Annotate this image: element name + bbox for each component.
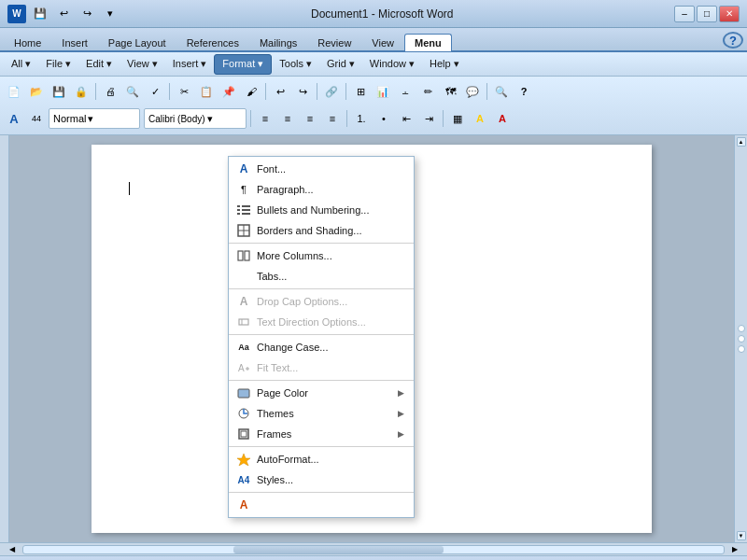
align-center-btn[interactable]: ≡ xyxy=(277,108,298,129)
security-btn[interactable]: 🛡 xyxy=(719,557,740,561)
font-color-btn[interactable]: A xyxy=(4,108,24,129)
font-dropdown[interactable]: Calibri (Body) ▾ xyxy=(144,108,247,129)
left-ruler xyxy=(0,135,9,542)
menu-item-changecase[interactable]: Aa Change Case... xyxy=(229,337,414,357)
columns-btn[interactable]: ⫠ xyxy=(395,81,416,102)
menu-item-pagecolor[interactable]: Page Color ▶ xyxy=(229,383,414,403)
scroll-left-btn[interactable]: ◀ xyxy=(2,544,22,555)
preview-btn[interactable]: 🔍 xyxy=(122,81,143,102)
cut-btn[interactable]: ✂ xyxy=(174,81,194,102)
menu-item-bullets[interactable]: Bullets and Numbering... xyxy=(229,200,414,220)
tab-home[interactable]: Home xyxy=(4,34,51,51)
save-btn[interactable]: 💾 xyxy=(49,81,69,102)
menu-item-reveal[interactable]: A xyxy=(229,495,414,515)
menu-tools[interactable]: Tools ▾ xyxy=(272,54,319,75)
permission-btn[interactable]: 🔒 xyxy=(71,81,92,102)
highlight-btn[interactable]: A xyxy=(470,108,490,129)
scroll-right-btn[interactable]: ▶ xyxy=(725,544,745,555)
help-btn[interactable]: ? xyxy=(723,32,743,49)
excel-btn[interactable]: 📊 xyxy=(373,81,393,102)
undo-btn[interactable]: ↩ xyxy=(270,81,290,102)
menu-item-borders[interactable]: Borders and Shading... xyxy=(229,220,414,241)
drawing-btn[interactable]: ✏ xyxy=(417,81,438,102)
justify-btn[interactable]: ≡ xyxy=(322,108,343,129)
sep-6 xyxy=(229,492,414,493)
menu-view[interactable]: View ▾ xyxy=(120,54,165,75)
hyperlink-btn[interactable]: 🔗 xyxy=(321,81,342,102)
align-right-btn[interactable]: ≡ xyxy=(300,108,320,129)
outdent-btn[interactable]: ⇤ xyxy=(396,108,416,129)
formatpaint-btn[interactable]: 🖌 xyxy=(241,81,261,102)
menu-format[interactable]: Format ▾ xyxy=(214,54,272,75)
align-left-btn[interactable]: ≡ xyxy=(255,108,275,129)
menu-item-font[interactable]: A Font... xyxy=(229,159,414,179)
font-size-btn[interactable]: 44 xyxy=(26,108,47,129)
menu-item-paragraph[interactable]: ¶ Paragraph... xyxy=(229,179,414,200)
tab-view[interactable]: View xyxy=(361,34,404,51)
menu-all[interactable]: All ▾ xyxy=(4,54,38,75)
scroll-track[interactable] xyxy=(22,545,725,554)
menu-edit[interactable]: Edit ▾ xyxy=(78,54,120,75)
quick-save-btn[interactable]: 💾 xyxy=(30,6,50,22)
sep3 xyxy=(265,83,266,100)
maximize-btn[interactable]: □ xyxy=(697,6,717,22)
menu-item-styles[interactable]: A4 Styles... xyxy=(229,469,414,490)
show-markup-btn[interactable]: 💬 xyxy=(462,81,483,102)
bullets-btn[interactable]: • xyxy=(374,108,394,129)
doc-map-btn[interactable]: 🗺 xyxy=(440,81,460,102)
menu-item-autoformat[interactable]: AutoFormat... xyxy=(229,449,414,469)
sep-5 xyxy=(229,446,414,447)
scroll-down-btn[interactable]: ▼ xyxy=(737,531,746,540)
quick-undo-btn[interactable]: ↩ xyxy=(53,6,74,22)
tab-mailings[interactable]: Mailings xyxy=(249,34,307,51)
tab-page-layout[interactable]: Page Layout xyxy=(98,34,176,51)
minimize-btn[interactable]: – xyxy=(674,6,695,22)
zoom-out-btn[interactable]: − xyxy=(605,557,626,561)
menu-item-fittext: A Fit Text... xyxy=(229,357,414,378)
doc-and-menu-container: A Font... ¶ Paragraph... Bullets and Num… xyxy=(0,135,747,542)
menu-item-tabs[interactable]: Tabs... xyxy=(229,266,414,287)
scroll-up-btn[interactable]: ▲ xyxy=(737,137,746,147)
tab-insert[interactable]: Insert xyxy=(51,34,98,51)
font-color-btn2[interactable]: A xyxy=(492,108,513,129)
menu-item-themes[interactable]: Themes ▶ xyxy=(229,403,414,424)
paste-btn[interactable]: 📌 xyxy=(218,81,239,102)
copy-btn[interactable]: 📋 xyxy=(196,81,217,102)
menu-insert[interactable]: Insert ▾ xyxy=(165,54,215,75)
zoom-100-btn[interactable]: 🔍 xyxy=(491,81,512,102)
paragraph-icon: ¶ xyxy=(236,182,251,197)
tab-review[interactable]: Review xyxy=(307,34,361,51)
sep2 xyxy=(169,83,170,100)
bullets-label: Bullets and Numbering... xyxy=(257,204,404,216)
menu-item-frames[interactable]: Frames ▶ xyxy=(229,424,414,444)
new-btn[interactable]: 📄 xyxy=(4,81,24,102)
style-dropdown[interactable]: Normal ▾ xyxy=(49,108,140,129)
menu-window[interactable]: Window ▾ xyxy=(362,54,422,75)
zoom-in-btn[interactable]: + xyxy=(693,557,713,561)
outside-border-btn[interactable]: ▦ xyxy=(447,108,468,129)
indent-btn[interactable]: ⇥ xyxy=(418,108,439,129)
ribbon-tabs: Home Insert Page Layout References Maili… xyxy=(0,28,747,52)
quick-redo-btn[interactable]: ↪ xyxy=(77,6,97,22)
scroll-thumb[interactable] xyxy=(233,546,444,553)
numbering-btn[interactable]: 1. xyxy=(351,108,372,129)
sep8 xyxy=(346,110,347,127)
table-btn[interactable]: ⊞ xyxy=(350,81,371,102)
menu-item-columns[interactable]: More Columns... xyxy=(229,245,414,266)
window-title: Document1 - Microsoft Word xyxy=(311,7,454,21)
open-btn[interactable]: 📂 xyxy=(26,81,47,102)
text-cursor xyxy=(129,182,130,195)
menu-file[interactable]: File ▾ xyxy=(38,54,78,75)
redo-btn[interactable]: ↪ xyxy=(292,81,313,102)
quick-custom-btn[interactable]: ▾ xyxy=(100,6,120,22)
tab-menu[interactable]: Menu xyxy=(404,34,452,51)
menu-grid[interactable]: Grid ▾ xyxy=(319,54,362,75)
tab-references[interactable]: References xyxy=(176,34,249,51)
spellcheck-btn[interactable]: ✓ xyxy=(145,81,165,102)
print-btn[interactable]: 🖨 xyxy=(100,81,120,102)
svg-marker-21 xyxy=(237,454,250,466)
status-bar: Page: 1 of 1 Words: 0 ⊞ ⊡ 🌐 ≡ ≡ 100% − +… xyxy=(0,555,747,560)
help-q-btn[interactable]: ? xyxy=(514,81,534,102)
menu-help[interactable]: Help ▾ xyxy=(422,54,467,75)
close-btn[interactable]: ✕ xyxy=(719,6,740,22)
